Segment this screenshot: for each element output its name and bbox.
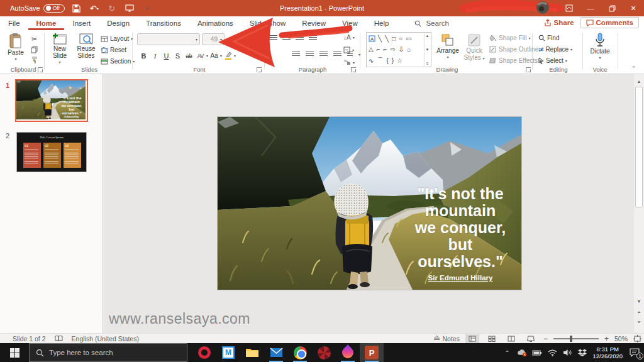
minimize-icon[interactable]: — [580, 0, 601, 16]
shadow-button[interactable]: S [172, 50, 183, 61]
tab-insert[interactable]: Insert [64, 16, 99, 30]
zoom-in-button[interactable]: + [604, 334, 609, 343]
language-indicator[interactable]: English (United States) [72, 335, 139, 343]
taskbar-chrome-icon[interactable] [288, 343, 312, 362]
notes-button[interactable]: Notes [433, 335, 460, 343]
layout-button[interactable]: Layout▾ [101, 35, 133, 42]
taskbar-m-app-icon[interactable]: M [216, 343, 240, 362]
slide1-thumbnail[interactable] [16, 80, 87, 121]
bullets-icon[interactable] [269, 35, 277, 41]
collapse-ribbon-icon[interactable]: ⌃ [631, 65, 636, 72]
scrollbar-thumb[interactable] [635, 87, 643, 207]
undo-icon[interactable]: ↶▾ [89, 3, 100, 13]
normal-view-button[interactable] [465, 334, 479, 343]
comments-button[interactable]: Comments [580, 17, 639, 28]
previous-slide-icon[interactable]: ⏶ [637, 308, 641, 317]
change-case-button[interactable]: Aa [209, 50, 219, 61]
shape-fill-button[interactable]: Shape Fill▾ [489, 35, 530, 41]
tray-chevron-icon[interactable]: ⌃ [502, 349, 512, 356]
reading-view-button[interactable] [504, 334, 518, 343]
tab-review[interactable]: Review [294, 16, 334, 30]
scroll-down-icon[interactable]: ▼ [637, 297, 641, 305]
zoom-slider-thumb[interactable] [570, 336, 572, 342]
section-button[interactable]: Section▾ [101, 58, 135, 65]
copy-icon[interactable] [29, 44, 40, 55]
highlight-color-icon[interactable] [223, 50, 233, 61]
justify-icon[interactable] [333, 52, 341, 57]
wifi-icon[interactable] [547, 349, 557, 356]
taskbar-clock[interactable]: 8:31 PM 12/26/2020 [592, 346, 623, 359]
decrease-indent-icon[interactable] [296, 35, 304, 41]
quick-styles-button[interactable]: QuickStyles ▾ [462, 33, 487, 62]
taskbar-red-app-icon[interactable] [312, 343, 336, 362]
numbering-icon[interactable] [282, 35, 291, 41]
taskbar-opera-icon[interactable] [192, 343, 216, 362]
taskbar-paint3d-icon[interactable] [336, 343, 360, 362]
format-painter-icon[interactable] [29, 54, 40, 65]
tab-help[interactable]: Help [366, 16, 397, 30]
taskbar-powerpoint-icon[interactable]: P [360, 343, 384, 362]
zoom-slider[interactable] [553, 338, 599, 339]
underline-button[interactable]: U [161, 50, 172, 61]
qat-dropdown-icon[interactable]: ▾ [142, 3, 153, 13]
replace-button[interactable]: ⇄ Replace▾ [538, 46, 572, 53]
shapes-scrollbar[interactable]: ▲▼≡ [424, 33, 430, 66]
zoom-out-button[interactable]: − [543, 334, 548, 343]
ribbon-search[interactable]: Search [414, 19, 448, 27]
ribbon-display-options-icon[interactable] [558, 0, 580, 16]
slideshow-view-button[interactable] [524, 334, 538, 343]
align-right-icon[interactable] [319, 52, 328, 57]
font-name-combobox[interactable]: ▾ [137, 33, 200, 45]
drawing-dialog-launcher[interactable] [526, 67, 531, 72]
tab-animations[interactable]: Animations [189, 16, 242, 30]
tab-transitions[interactable]: Transitions [138, 16, 189, 30]
current-slide[interactable] [217, 116, 522, 290]
tab-home[interactable]: Home [28, 16, 65, 30]
text-direction-button[interactable]: ↓A▾ [343, 34, 355, 41]
tab-view[interactable]: View [334, 16, 366, 30]
spellcheck-icon[interactable] [55, 335, 63, 342]
share-button[interactable]: Share [544, 19, 574, 26]
paste-button[interactable]: Paste▾ [5, 33, 26, 63]
align-text-button[interactable]: ▾ [343, 47, 354, 53]
action-center-icon[interactable]: 1 [628, 348, 641, 357]
bold-button[interactable]: B [138, 50, 149, 61]
reuse-slides-button[interactable]: Reuse Slides [74, 33, 98, 59]
scroll-up-icon[interactable]: ▲ [637, 77, 641, 85]
strikethrough-button[interactable]: ab [184, 50, 194, 61]
cut-icon[interactable]: ✂ [29, 34, 40, 45]
find-button[interactable]: Find [538, 35, 559, 41]
character-spacing-button[interactable]: AV [195, 50, 206, 61]
shape-effects-button[interactable]: Shape Effects▾ [489, 57, 541, 64]
slide-sorter-button[interactable] [485, 334, 499, 343]
font-size-combobox[interactable]: 49▾ [202, 33, 225, 45]
align-center-icon[interactable] [306, 52, 314, 57]
paragraph-dialog-launcher[interactable] [351, 67, 356, 72]
clipboard-dialog-launcher[interactable] [38, 67, 43, 72]
vertical-scrollbar[interactable]: ▲ ▼ ⏶ ⏷ [634, 74, 644, 333]
redo-icon[interactable]: ↻ [106, 3, 118, 13]
autosave-toggle[interactable]: AutoSave Off [10, 4, 65, 13]
dropbox-icon[interactable] [577, 349, 587, 356]
font-dialog-launcher[interactable] [257, 67, 262, 72]
taskbar-search-box[interactable]: Type here to search [29, 343, 187, 362]
onedrive-error-icon[interactable] [517, 349, 527, 357]
align-left-icon[interactable] [292, 52, 300, 57]
increase-indent-icon[interactable] [309, 35, 317, 41]
reset-button[interactable]: Reset [101, 47, 126, 53]
battery-icon[interactable] [532, 349, 542, 356]
zoom-level[interactable]: 50% [614, 335, 628, 343]
slide-indicator[interactable]: Slide 1 of 2 [13, 335, 46, 343]
convert-smartart-button[interactable]: ▾ [343, 59, 355, 65]
select-button[interactable]: Select▾ [538, 57, 567, 64]
tab-slideshow[interactable]: Slide Show [242, 16, 294, 30]
arrange-button[interactable]: Arrange▾ [435, 33, 460, 61]
start-button[interactable] [0, 343, 29, 362]
fit-to-window-icon[interactable] [633, 335, 641, 343]
taskbar-mail-icon[interactable] [264, 343, 288, 362]
italic-button[interactable]: I [150, 50, 160, 61]
new-slide-button[interactable]: New Slide▾ [48, 33, 72, 66]
next-slide-icon[interactable]: ⏷ [637, 318, 641, 327]
shapes-gallery[interactable]: A╲╲□○▭ △⌐⌐⇨⇩⌂ ∿⌒{}☆ ▲▼≡ [366, 32, 431, 67]
close-icon[interactable]: ✕ [623, 0, 644, 16]
